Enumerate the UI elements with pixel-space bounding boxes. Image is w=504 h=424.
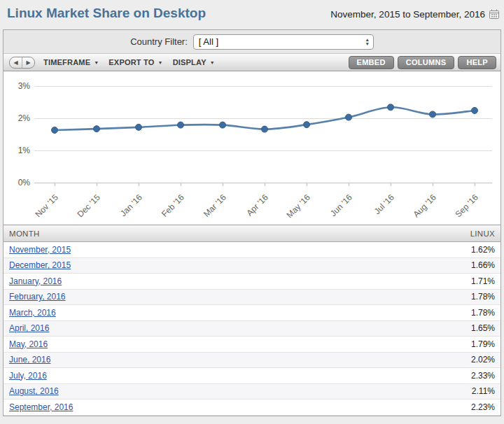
month-link[interactable]: June, 2016 [9, 355, 50, 365]
chart: 0%1%2%3%Nov '15Dec '15Jan '16Feb '16Mar … [4, 71, 500, 225]
columns-button[interactable]: COLUMNS [398, 56, 455, 69]
share-value: 1.71% [471, 276, 500, 286]
table-row: June, 20162.02% [4, 353, 500, 369]
table-row: November, 20151.62% [4, 242, 500, 258]
table-row: December, 20151.66% [4, 258, 500, 274]
data-point-marker [220, 122, 226, 128]
data-point-marker [136, 124, 142, 130]
menu-display[interactable]: DISPLAY ▼ [173, 58, 215, 66]
next-period-button[interactable]: ▶ [22, 57, 34, 68]
table-row: January, 20161.71% [4, 274, 500, 290]
data-point-marker [52, 127, 58, 133]
country-filter-select[interactable]: [ All ] ▲ ▼ [193, 34, 374, 50]
menu-label: TIMEFRAME [43, 58, 90, 66]
country-filter-value: [ All ] [194, 36, 362, 47]
month-cell: June, 2016 [4, 355, 471, 365]
month-link[interactable]: March, 2016 [9, 308, 56, 318]
month-link[interactable]: August, 2016 [9, 386, 59, 396]
month-link[interactable]: April, 2016 [9, 323, 49, 333]
column-header-month: MONTH [4, 229, 470, 238]
share-value: 1.78% [471, 292, 500, 302]
data-point-marker [304, 122, 310, 128]
toolbar-menus: TIMEFRAME ▼ EXPORT TO ▼ DISPLAY ▼ [43, 58, 215, 66]
line-series [4, 71, 500, 225]
month-link[interactable]: February, 2016 [9, 292, 66, 302]
menu-export-to[interactable]: EXPORT TO ▼ [108, 58, 162, 66]
next-arrow-icon: ▶ [26, 59, 30, 66]
top-header: Linux Market Share on Desktop November, … [0, 0, 504, 29]
month-cell: September, 2016 [4, 402, 471, 412]
month-cell: January, 2016 [4, 276, 471, 286]
chevron-down-icon: ▼ [210, 60, 215, 65]
share-value: 2.33% [471, 371, 500, 381]
help-button[interactable]: HELP [458, 56, 496, 69]
month-cell: August, 2016 [4, 386, 472, 396]
prev-period-button[interactable]: ◀ [10, 57, 22, 68]
data-point-marker [430, 111, 436, 118]
month-cell: July, 2016 [4, 371, 471, 381]
share-value: 1.65% [471, 323, 500, 333]
table-row: September, 20162.23% [4, 400, 500, 416]
table-row: February, 20161.78% [4, 290, 500, 306]
month-link[interactable]: May, 2016 [9, 339, 48, 349]
share-value: 2.11% [472, 386, 500, 396]
share-value: 2.23% [471, 402, 500, 412]
toolbar: ◀ ▶ TIMEFRAME ▼ EXPORT TO ▼ DISPLAY ▼ [4, 53, 500, 71]
share-value: 1.78% [471, 308, 500, 318]
menu-label: EXPORT TO [108, 58, 154, 66]
toolbar-buttons: EMBED COLUMNS HELP [349, 56, 497, 69]
data-point-marker [472, 107, 478, 113]
month-cell: November, 2015 [4, 245, 471, 255]
table-row: July, 20162.33% [4, 368, 500, 384]
table-row: March, 20161.78% [4, 305, 500, 321]
month-link[interactable]: July, 2016 [9, 371, 47, 381]
stepper-down-icon: ▼ [365, 42, 370, 46]
month-cell: March, 2016 [4, 308, 471, 318]
month-cell: February, 2016 [4, 292, 471, 302]
menu-label: DISPLAY [173, 58, 206, 66]
page-title: Linux Market Share on Desktop [7, 6, 206, 21]
share-value: 1.79% [471, 339, 500, 349]
filter-bar: Country Filter: [ All ] ▲ ▼ [4, 30, 500, 53]
table-row: May, 20161.79% [4, 337, 500, 353]
report-panel: Country Filter: [ All ] ▲ ▼ ◀ ▶ [3, 29, 501, 416]
chevron-down-icon: ▼ [158, 60, 163, 65]
date-range-picker[interactable]: November, 2015 to September, 2016 [330, 8, 500, 20]
month-cell: April, 2016 [4, 323, 471, 333]
timeframe-nav: ◀ ▶ [9, 57, 35, 69]
share-value: 2.02% [471, 355, 500, 365]
table-body: November, 20151.62%December, 20151.66%Ja… [4, 242, 500, 416]
column-header-linux: LINUX [470, 229, 500, 238]
app-window: Linux Market Share on Desktop November, … [0, 0, 504, 424]
table-row: August, 20162.11% [4, 384, 500, 400]
prev-arrow-icon: ◀ [13, 59, 18, 66]
month-link[interactable]: November, 2015 [9, 245, 71, 255]
data-point-marker [346, 114, 352, 120]
table-row: April, 20161.65% [4, 321, 500, 337]
menu-timeframe[interactable]: TIMEFRAME ▼ [43, 58, 99, 66]
data-point-marker [388, 104, 394, 111]
data-point-marker [94, 126, 100, 132]
embed-button[interactable]: EMBED [349, 56, 394, 69]
table-header: MONTH LINUX [4, 225, 500, 242]
share-value: 1.62% [471, 245, 500, 255]
month-cell: December, 2015 [4, 260, 471, 270]
month-cell: May, 2016 [4, 339, 471, 349]
data-point-marker [262, 126, 268, 132]
month-link[interactable]: December, 2015 [9, 260, 71, 270]
chevron-down-icon: ▼ [94, 60, 99, 65]
calendar-icon[interactable] [489, 8, 500, 20]
month-link[interactable]: September, 2016 [9, 402, 73, 412]
month-link[interactable]: January, 2016 [9, 276, 62, 286]
select-stepper-icon: ▲ ▼ [362, 35, 373, 49]
data-point-marker [178, 122, 184, 128]
date-range: November, 2015 to September, 2016 [330, 9, 485, 20]
share-value: 1.66% [471, 260, 500, 270]
country-filter-label: Country Filter: [130, 36, 188, 47]
